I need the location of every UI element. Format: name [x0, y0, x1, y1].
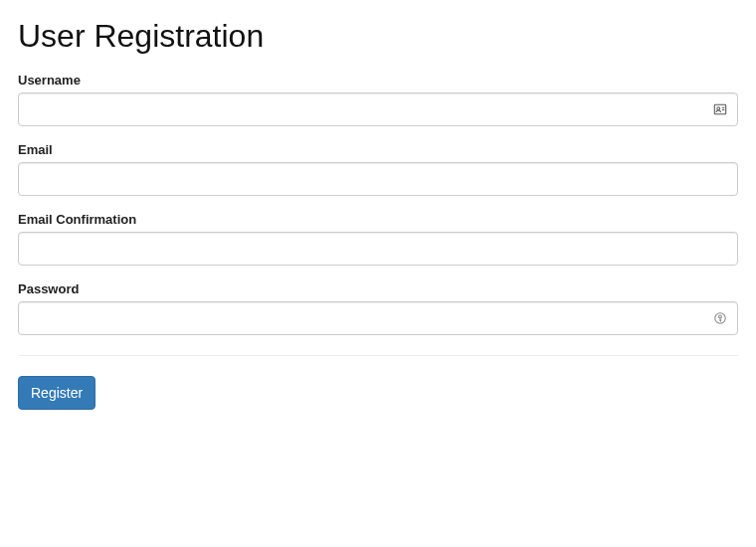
email-confirmation-label: Email Confirmation — [18, 212, 738, 227]
username-input[interactable] — [18, 92, 738, 126]
email-input[interactable] — [18, 162, 738, 196]
password-input-wrap — [18, 301, 738, 335]
email-confirmation-input[interactable] — [18, 232, 738, 266]
email-label: Email — [18, 142, 738, 157]
password-input[interactable] — [18, 301, 738, 335]
username-group: Username — [18, 73, 738, 126]
password-group: Password — [18, 281, 738, 335]
password-label: Password — [18, 281, 738, 296]
email-group: Email — [18, 142, 738, 196]
registration-form: Username Email Email Confirmation Passwo… — [18, 73, 738, 410]
svg-point-5 — [719, 315, 722, 318]
username-input-wrap — [18, 92, 738, 126]
separator — [18, 355, 738, 356]
svg-point-1 — [717, 107, 720, 110]
email-confirmation-group: Email Confirmation — [18, 212, 738, 266]
page-title: User Registration — [18, 18, 738, 55]
contact-card-icon[interactable] — [712, 101, 728, 117]
key-icon[interactable] — [712, 310, 728, 326]
username-label: Username — [18, 73, 738, 88]
register-button[interactable]: Register — [18, 376, 95, 410]
